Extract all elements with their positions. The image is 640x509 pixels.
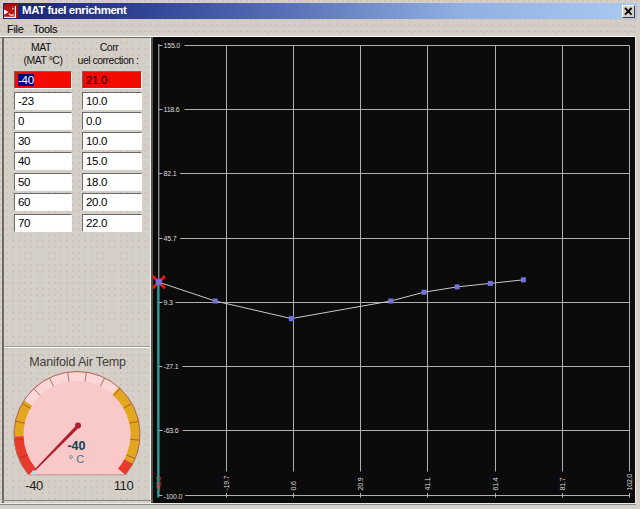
svg-text:-40.0: -40.0 [155,476,162,491]
svg-text:41.1: 41.1 [424,477,431,490]
svg-text:82.1: 82.1 [164,170,177,177]
svg-text:45.7: 45.7 [164,235,177,242]
svg-text:-63.6: -63.6 [164,427,179,434]
svg-text:-27.1: -27.1 [164,363,179,370]
svg-text:0.6: 0.6 [290,481,297,490]
svg-text:Manifold Air Temp: Manifold Air Temp [29,355,126,369]
svg-text:61.4: 61.4 [492,477,499,490]
svg-text:-40: -40 [67,439,85,453]
svg-text:20.9: 20.9 [357,477,364,490]
svg-text:-100.0: -100.0 [164,493,183,500]
svg-text:° C: ° C [69,453,84,465]
svg-text:110: 110 [114,478,134,493]
svg-text:155.0: 155.0 [164,42,181,49]
svg-text:102.0: 102.0 [626,474,633,491]
svg-text:118.6: 118.6 [164,106,180,113]
svg-text:-19.7: -19.7 [223,475,230,490]
svg-text:-40: -40 [25,478,43,493]
svg-text:81.7: 81.7 [559,477,566,490]
svg-text:9.3: 9.3 [164,299,173,306]
